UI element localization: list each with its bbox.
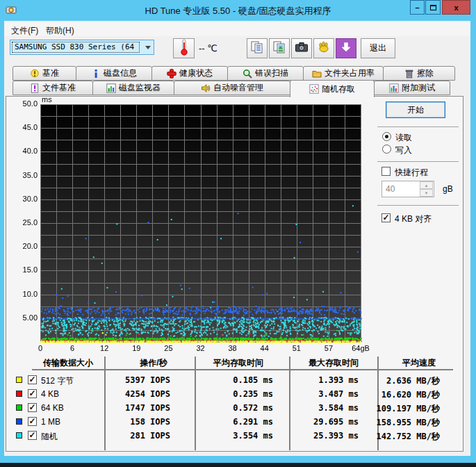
copy-text-button[interactable] [247, 38, 268, 58]
device-select[interactable]: SAMSUNG SSD 830 Series (64 gB) [10, 40, 154, 55]
tab-random-access[interactable]: 随机存取 [290, 80, 375, 97]
tab-health[interactable]: 健康状态 [151, 66, 228, 81]
tab-label: 基准 [42, 67, 59, 79]
file-benchmark-icon [30, 83, 40, 93]
tab-benchmark[interactable]: 基准 [13, 66, 76, 81]
tab-folder[interactable]: 文件夹占用率 [303, 66, 384, 81]
capacity-stepper: ▲ ▼ [420, 181, 433, 197]
tab-label: 文件基准 [42, 82, 76, 94]
maximize-icon [430, 5, 436, 10]
col-header-ops: 操作/秒 [115, 357, 192, 369]
save-button[interactable] [336, 38, 356, 58]
stat-value-avg: 0.235 ms [204, 389, 273, 399]
close-icon: x [454, 3, 458, 12]
exit-button[interactable]: 退出 [361, 38, 395, 58]
client-area: 文件(F) 帮助(H) SAMSUNG SSD 830 Series (64 g… [4, 21, 470, 456]
stat-value-avg: 0.185 ms [204, 375, 273, 385]
tab-erase[interactable]: 擦除 [383, 66, 455, 81]
menu-file[interactable]: 文件(F) [8, 24, 41, 38]
tab-label: 自动噪音管理 [213, 82, 263, 94]
tab-error-scan[interactable]: 错误扫描 [227, 66, 304, 81]
disk-monitor-icon [106, 83, 116, 93]
copy-text-icon [250, 40, 264, 57]
donate-button[interactable] [313, 38, 334, 58]
stat-value-ops: 281 IOPS [106, 431, 170, 441]
stat-value-speed: 142.752 MB/秒 [372, 431, 440, 443]
tab-label: 擦除 [417, 67, 434, 79]
series-checkbox[interactable]: ✓ [28, 389, 37, 398]
series-checkbox[interactable]: ✓ [28, 375, 37, 384]
divider [377, 205, 459, 206]
stat-value-max: 3.487 ms [290, 389, 359, 399]
stat-value-max: 25.393 ms [290, 431, 359, 441]
stat-value-ops: 4254 IOPS [106, 389, 170, 399]
temperature-button[interactable] [173, 38, 195, 58]
series-checkbox[interactable]: ✓ [28, 431, 37, 440]
hand-coins-icon [317, 40, 331, 57]
screenshot-button[interactable] [291, 38, 312, 58]
tab-file-benchmark[interactable]: 文件基准 [13, 81, 93, 95]
stat-value-ops: 1747 IOPS [106, 403, 170, 413]
stat-value-max: 29.695 ms [290, 417, 359, 427]
hdtune-window: HD Tune 专业版 5.50 - 硬盘/固态硬盘实用程序 – x 文件(F)… [0, 0, 476, 467]
short-stroke-checkbox[interactable] [381, 167, 391, 176]
start-button[interactable]: 开始 [386, 101, 445, 118]
read-radio-label: 读取 [395, 132, 412, 144]
align-4kb-checkbox[interactable]: ✓ [381, 213, 391, 222]
extra-tests-icon [389, 83, 399, 93]
temperature-value: -- ℃ [199, 43, 218, 54]
stat-value-ops: 5397 IOPS [106, 375, 170, 385]
window-frame [0, 456, 476, 463]
col-header-avg: 平均存取时间 [200, 357, 277, 369]
error-scan-icon [243, 69, 252, 79]
titlebar: HD Tune 专业版 5.50 - 硬盘/固态硬盘实用程序 – x [0, 0, 476, 21]
stat-value-avg: 6.291 ms [204, 417, 273, 427]
copy-image-button[interactable] [269, 38, 290, 58]
divider [377, 161, 459, 162]
thermometer-icon [179, 38, 190, 59]
col-header-size: 传输数据大小 [30, 357, 106, 369]
stat-value-max: 3.584 ms [290, 403, 359, 413]
close-button[interactable]: x [442, 0, 470, 15]
short-stroke-label: 快捷行程 [395, 167, 428, 179]
write-radio[interactable] [382, 145, 391, 154]
stat-value-speed: 2.636 MB/秒 [372, 375, 440, 387]
align-4kb-label: 4 KB 对齐 [395, 213, 432, 225]
legend-swatch [16, 404, 22, 411]
tab-label: 健康状态 [179, 67, 213, 79]
random-access-chart [10, 95, 370, 355]
minimize-button[interactable]: – [410, 0, 425, 15]
col-header-speed: 平均速度 [381, 357, 457, 369]
maximize-button[interactable] [425, 0, 441, 15]
stat-value-speed: 109.197 MB/秒 [372, 403, 440, 415]
column-divider [195, 357, 196, 450]
tab-extra-tests[interactable]: 附加测试 [374, 81, 450, 95]
series-label: 随机 [41, 431, 58, 443]
health-icon [167, 69, 177, 79]
tab-info[interactable]: 磁盘信息 [76, 66, 152, 81]
tab-label: 附加测试 [402, 82, 435, 94]
stepper-down-button[interactable]: ▼ [420, 189, 433, 197]
divider [377, 126, 459, 127]
stepper-up-button[interactable]: ▲ [420, 181, 433, 189]
erase-icon [404, 69, 414, 79]
series-checkbox[interactable]: ✓ [28, 417, 37, 426]
menu-help[interactable]: 帮助(H) [43, 24, 77, 38]
series-checkbox[interactable]: ✓ [28, 403, 37, 412]
stat-value-avg: 3.554 ms [204, 431, 273, 441]
tab-label: 磁盘信息 [104, 67, 137, 79]
capacity-unit-label: gB [443, 184, 453, 194]
stat-value-max: 1.393 ms [290, 375, 359, 385]
tab-disk-monitor[interactable]: 磁盘监视器 [92, 81, 174, 95]
random-access-page: 开始 读取 写入 快捷行程 40 ▲ ▼ gB ✓ 4 KB 对齐 传输数据大小… [6, 96, 463, 452]
desktop-strip [0, 463, 476, 467]
legend-swatch [16, 391, 22, 397]
tab-speaker[interactable]: 自动噪音管理 [174, 81, 290, 95]
download-icon [340, 41, 352, 56]
series-label: 1 MB [41, 417, 60, 427]
read-radio[interactable] [382, 132, 391, 141]
write-radio-label: 写入 [395, 145, 412, 156]
legend-swatch [16, 377, 22, 383]
folder-icon [312, 69, 322, 79]
benchmark-icon [30, 69, 40, 79]
